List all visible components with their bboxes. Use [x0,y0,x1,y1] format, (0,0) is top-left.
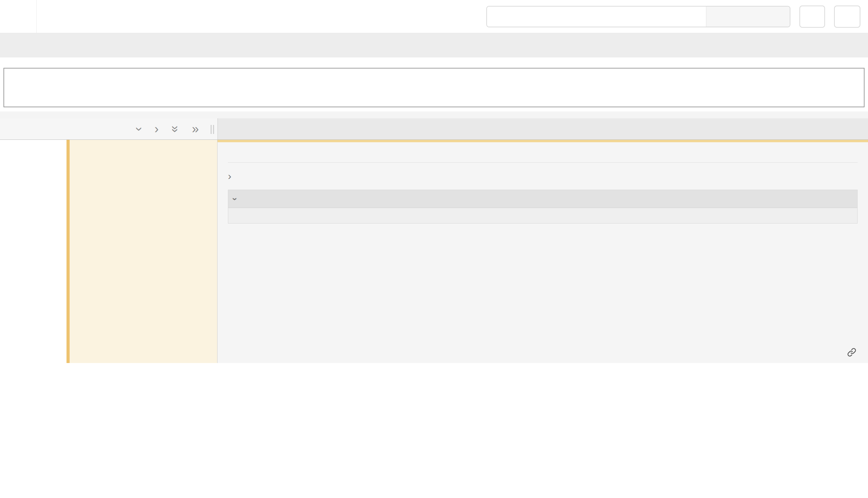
view-selector-button[interactable] [834,6,860,28]
divider [228,162,858,163]
link-icon[interactable] [847,347,857,357]
span-color-accent [67,140,70,363]
timeline-axis-header [218,118,868,140]
logs-footer-note [228,214,857,223]
collapse-controls: › › » » [137,123,199,135]
keyboard-shortcuts-button[interactable] [799,6,825,28]
span-detail-panel: › › [218,140,868,363]
span-detail-name-column [0,140,218,363]
span-id-row [228,342,858,363]
minimap-axis [0,57,868,68]
top-bar [0,0,868,33]
trace-summary-bar [0,33,868,57]
trace-minimap [0,57,868,111]
collapse-one-icon[interactable]: › [133,127,145,131]
topbar-actions [486,6,860,28]
expand-all-icon[interactable]: » [192,123,199,135]
tags-accordian[interactable]: › [228,168,858,184]
chevron-right-icon: › [228,170,231,182]
column-resize-grip[interactable] [211,125,215,134]
expand-one-icon[interactable]: › [154,123,159,135]
logs-header[interactable]: › [228,190,857,208]
logs-accordian: › [228,190,858,224]
find-controls [706,7,790,27]
span-detail-row: › › [0,140,868,363]
minimap-graph[interactable] [3,68,865,107]
find-box [486,6,790,27]
find-input[interactable] [487,7,706,27]
service-operation-header: › › » » [0,118,218,140]
span-detail-top-strip [218,140,868,142]
collapse-all-icon[interactable]: » [169,125,181,132]
span-rows: › › [0,140,868,363]
chevron-down-icon: › [231,197,240,200]
logs-entries [228,208,857,214]
timeline-column-headers: › › » » [0,118,868,140]
minimap-scrollbar-area [3,108,865,111]
span-expanded-accent [70,140,217,363]
back-button[interactable] [0,0,37,33]
minimap-gap [0,111,868,118]
